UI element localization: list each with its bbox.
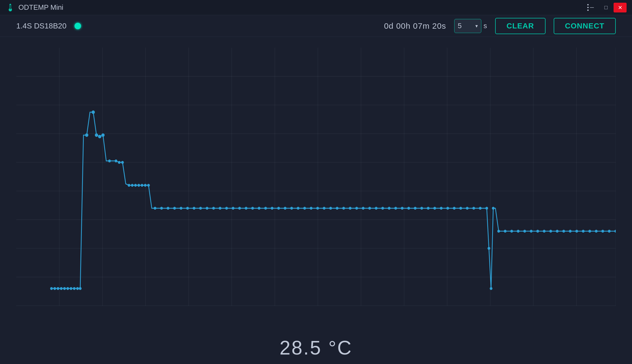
svg-point-78: [323, 207, 325, 210]
chevron-down-icon: ▾: [475, 23, 478, 29]
svg-point-85: [368, 207, 371, 210]
connect-button[interactable]: CONNECT: [554, 18, 616, 34]
svg-point-63: [225, 207, 228, 210]
svg-point-75: [303, 207, 306, 210]
svg-point-35: [79, 287, 82, 290]
svg-point-73: [290, 207, 293, 210]
svg-point-94: [427, 207, 430, 210]
svg-point-119: [575, 230, 578, 233]
interval-dropdown[interactable]: 5 ▾: [454, 19, 481, 33]
temperature-value: 28.5 °C: [280, 337, 353, 359]
svg-point-47: [134, 184, 137, 187]
temperature-line: [51, 112, 616, 288]
interval-selector: 5 ▾ s: [454, 19, 487, 33]
svg-point-125: [614, 230, 616, 233]
svg-point-108: [504, 230, 507, 233]
close-button[interactable]: ✕: [614, 3, 627, 12]
svg-point-92: [414, 207, 417, 210]
svg-point-61: [212, 207, 215, 210]
sensor-label: 1.4S DS18B20: [16, 22, 66, 30]
svg-point-89: [394, 207, 397, 210]
svg-point-120: [582, 230, 585, 233]
svg-point-51: [147, 184, 150, 187]
svg-point-110: [517, 230, 520, 233]
svg-point-59: [199, 207, 202, 210]
svg-point-70: [271, 207, 273, 210]
svg-point-33: [73, 287, 76, 290]
elapsed-timer: 0d 00h 07m 20s: [384, 21, 446, 31]
svg-point-53: [160, 207, 163, 210]
svg-point-38: [95, 134, 98, 137]
svg-point-115: [549, 230, 552, 233]
svg-point-69: [264, 207, 267, 210]
svg-point-26: [50, 287, 53, 290]
header-bar: 1.4S DS18B20 0d 00h 07m 20s 5 ▾ s CLEAR …: [0, 15, 632, 37]
app-icon: [5, 3, 15, 12]
svg-point-29: [60, 287, 63, 290]
svg-point-111: [523, 230, 526, 233]
svg-point-68: [258, 207, 260, 210]
maximize-button[interactable]: □: [599, 3, 612, 12]
svg-point-79: [329, 207, 332, 210]
svg-point-86: [375, 207, 378, 210]
temperature-display: 28.5 °C: [0, 332, 632, 364]
svg-rect-2: [10, 5, 11, 9]
svg-point-81: [342, 207, 345, 210]
svg-point-83: [355, 207, 358, 210]
svg-point-67: [251, 207, 254, 210]
svg-point-56: [180, 207, 182, 210]
svg-point-43: [118, 161, 121, 164]
svg-point-60: [206, 207, 208, 210]
svg-point-55: [173, 207, 176, 210]
svg-point-122: [595, 230, 598, 233]
svg-point-34: [76, 287, 79, 290]
svg-point-106: [492, 207, 495, 210]
app-title: ODTEMP Mini: [18, 3, 63, 12]
svg-point-99: [459, 207, 462, 210]
svg-point-114: [543, 230, 546, 233]
temperature-chart: [16, 48, 616, 332]
svg-point-72: [284, 207, 286, 210]
svg-point-31: [66, 287, 69, 290]
svg-point-95: [433, 207, 436, 210]
svg-point-41: [108, 160, 111, 162]
svg-point-45: [128, 184, 130, 187]
interval-value: 5: [458, 22, 462, 30]
svg-point-107: [497, 230, 500, 233]
svg-point-58: [193, 207, 195, 210]
svg-point-71: [277, 207, 280, 210]
svg-point-91: [407, 207, 410, 210]
minimize-button[interactable]: ─: [585, 3, 598, 12]
svg-point-74: [297, 207, 299, 210]
svg-point-62: [219, 207, 221, 210]
svg-point-104: [488, 247, 490, 250]
svg-point-50: [144, 184, 147, 187]
svg-point-52: [154, 207, 156, 210]
svg-point-96: [440, 207, 443, 210]
svg-point-87: [381, 207, 384, 210]
svg-point-37: [92, 110, 95, 114]
svg-point-98: [453, 207, 456, 210]
svg-point-101: [472, 207, 475, 210]
svg-point-64: [232, 207, 234, 210]
svg-point-65: [238, 207, 241, 210]
svg-point-102: [479, 207, 482, 210]
svg-point-76: [310, 207, 312, 210]
svg-point-124: [608, 230, 611, 233]
clear-button[interactable]: CLEAR: [495, 18, 545, 34]
svg-point-32: [70, 287, 72, 290]
interval-unit-label: s: [483, 22, 487, 30]
svg-point-84: [362, 207, 365, 210]
svg-point-36: [85, 134, 88, 137]
svg-point-44: [121, 161, 124, 164]
svg-point-49: [141, 184, 143, 187]
svg-point-112: [530, 230, 533, 233]
svg-point-42: [115, 160, 117, 162]
svg-point-57: [186, 207, 189, 210]
svg-point-82: [349, 207, 352, 210]
svg-point-27: [53, 287, 56, 290]
svg-point-77: [316, 207, 319, 210]
connection-status-dot: [75, 23, 81, 29]
svg-point-113: [536, 230, 539, 233]
svg-point-97: [446, 207, 449, 210]
